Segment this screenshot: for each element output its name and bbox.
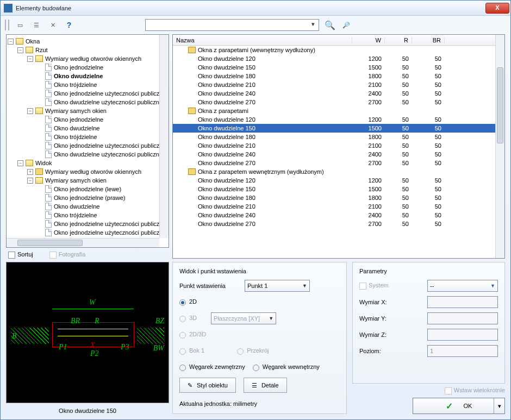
dim-p1: P1 bbox=[59, 343, 67, 352]
level-label: Poziom: bbox=[359, 348, 419, 354]
search-dropdown-icon[interactable]: ▾ bbox=[309, 21, 317, 30]
toolbar-view-icon[interactable]: ▭ bbox=[15, 20, 26, 30]
search-input[interactable]: ▾ bbox=[145, 19, 319, 31]
tree-item[interactable]: Wymiary samych okien bbox=[8, 106, 167, 115]
tree-item[interactable]: Okno dwudzielne użyteczności publicznej bbox=[8, 98, 167, 106]
panel-title: Parametry bbox=[359, 268, 498, 274]
list-row[interactable]: Okno dwudzielne 21021005050 bbox=[173, 141, 504, 150]
list-row[interactable]: Okno dwudzielne 18018005050 bbox=[173, 133, 504, 141]
current-unit-label: Aktualna jednostka: milimetry bbox=[179, 400, 340, 407]
tree-item[interactable]: Okno trójdzielne bbox=[8, 133, 167, 141]
radio-corbel-ext[interactable]: Węgarek zewnętrzny bbox=[179, 363, 245, 371]
list-row[interactable]: Okno dwudzielne 18018005050 bbox=[173, 72, 504, 80]
dim-p3: P3 bbox=[121, 343, 129, 352]
radio-2d[interactable]: 2D bbox=[179, 298, 197, 305]
tree-item[interactable]: Widok bbox=[8, 159, 167, 167]
dim-r: R bbox=[95, 317, 99, 325]
tree-item[interactable]: Okno dwudzielne bbox=[8, 124, 167, 133]
close-button[interactable]: X bbox=[485, 3, 509, 14]
col-r[interactable]: R bbox=[385, 37, 412, 43]
view-insertion-panel: Widok i punkt wstawienia Punkt wstawieni… bbox=[172, 262, 347, 414]
list-row[interactable]: Okno dwudzielne 12012005050 bbox=[173, 54, 504, 63]
list-row[interactable]: Okno dwudzielne 24024005050 bbox=[173, 89, 504, 98]
tree-item[interactable]: Okno jednodzielne (lewe) bbox=[8, 185, 167, 193]
list-row[interactable]: Okno dwudzielne 27027005050 bbox=[173, 98, 504, 106]
y-input[interactable] bbox=[427, 312, 498, 324]
y-label: Wymiar Y: bbox=[359, 315, 419, 322]
tree-item[interactable]: Okno trójdzielne bbox=[8, 80, 167, 89]
tree-item[interactable]: Rzut bbox=[8, 46, 167, 54]
col-w[interactable]: W bbox=[352, 37, 385, 43]
toolbar-handle[interactable] bbox=[5, 20, 9, 30]
list-row[interactable]: Okno dwudzielne 24024005050 bbox=[173, 211, 504, 220]
radio-side: Bok 1 bbox=[179, 347, 204, 354]
radio-3d: 3D bbox=[179, 315, 197, 322]
dim-b: B bbox=[12, 332, 17, 341]
list-row[interactable]: Okno dwudzielne 15015005050 bbox=[173, 185, 504, 193]
level-input[interactable] bbox=[427, 345, 498, 357]
ok-button[interactable]: ✓ OK ▾ bbox=[413, 398, 505, 414]
category-tree[interactable]: OknaRzutWymiary według otworów okiennych… bbox=[6, 34, 169, 248]
tree-item[interactable]: Wymiary samych okien bbox=[8, 176, 167, 185]
ok-dropdown-icon[interactable]: ▾ bbox=[494, 398, 504, 413]
panel-title: Widok i punkt wstawienia bbox=[179, 268, 340, 274]
insert-point-combo[interactable]: Punkt 1▼ bbox=[245, 280, 310, 292]
object-style-button[interactable]: ✎Styl obiektu bbox=[179, 378, 236, 393]
plane-combo: Płaszczyzna [XY]▼ bbox=[211, 312, 276, 324]
list-row[interactable]: Okno dwudzielne 24024005050 bbox=[173, 150, 504, 159]
list-group[interactable]: Okna z parapetem wewnętrznym (wydłużonym… bbox=[173, 167, 504, 176]
x-input[interactable] bbox=[427, 296, 498, 308]
list-row[interactable]: Okno dwudzielne 21021005050 bbox=[173, 202, 504, 211]
insert-multiple-checkbox: Wstaw wielokrotnie bbox=[445, 387, 505, 394]
tree-item[interactable]: Wymiary według otworów okiennych bbox=[8, 167, 167, 176]
tree-scrollbar-v[interactable] bbox=[159, 35, 169, 238]
sort-checkbox[interactable]: Sortuj bbox=[8, 251, 33, 259]
tree-item[interactable]: Okna bbox=[8, 37, 167, 46]
tree-scrollbar-h[interactable] bbox=[7, 238, 159, 247]
tree-item[interactable]: Okno jednodzielne bbox=[8, 115, 167, 124]
list-scrollbar-v[interactable] bbox=[495, 35, 504, 258]
search-icon[interactable]: 🔍 bbox=[325, 20, 335, 30]
list-row[interactable]: Okno dwudzielne 12012005050 bbox=[173, 115, 504, 124]
radio-section: Przekrój bbox=[237, 347, 269, 354]
toolbar-list-icon[interactable]: ☰ bbox=[31, 20, 42, 30]
tree-item[interactable]: Okno trójdzielne bbox=[8, 211, 167, 220]
help-icon[interactable]: ? bbox=[64, 20, 74, 30]
system-combo[interactable]: --▼ bbox=[427, 280, 498, 292]
titlebar: Elementy budowlane X bbox=[1, 1, 510, 16]
list-row[interactable]: Okno dwudzielne 12012005050 bbox=[173, 176, 504, 185]
tree-item[interactable]: Okno jednodzielne użyteczności publiczne… bbox=[8, 141, 167, 150]
toolbar-tools-icon[interactable]: ✕ bbox=[47, 20, 58, 30]
insert-point-label: Punkt wstawienia bbox=[179, 283, 239, 289]
tree-item[interactable]: Okno dwudzielne bbox=[8, 72, 167, 80]
tree-item[interactable]: Okno dwudzielne bbox=[8, 202, 167, 211]
radio-2d3d: 2D/3D bbox=[179, 331, 206, 338]
list-group[interactable]: Okna z parapetami (wewnętrzny wydłużony) bbox=[173, 46, 504, 54]
tree-item[interactable]: Okno jednodzielne (prawe) bbox=[8, 193, 167, 202]
x-label: Wymiar X: bbox=[359, 299, 419, 305]
list-row[interactable]: Okno dwudzielne 21021005050 bbox=[173, 80, 504, 89]
tree-item[interactable]: Okno jednodzielne bbox=[8, 63, 167, 72]
tree-item[interactable]: Okno jednodzielne użyteczności publiczne… bbox=[8, 89, 167, 98]
radio-corbel-int[interactable]: Węgarek wewnętrzny bbox=[253, 363, 320, 371]
tree-item[interactable]: Okno dwudzielne użyteczności publicznej bbox=[8, 150, 167, 159]
tree-item[interactable]: Wymiary według otworów okiennych bbox=[8, 54, 167, 63]
list-row[interactable]: Okno dwudzielne 27027005050 bbox=[173, 159, 504, 167]
dim-x: X bbox=[90, 341, 95, 350]
list-group[interactable]: Okna z parapetami bbox=[173, 106, 504, 115]
col-name[interactable]: Nazwa bbox=[173, 37, 352, 43]
find-replace-icon[interactable]: 🔎 bbox=[341, 20, 352, 30]
list-row[interactable]: Okno dwudzielne 18018005050 bbox=[173, 193, 504, 202]
toolbar: ▭ ☰ ✕ ? ▾ 🔍 🔎 bbox=[1, 16, 510, 34]
list-row[interactable]: Okno dwudzielne 27027005050 bbox=[173, 220, 504, 228]
list-row[interactable]: Okno dwudzielne 15015005050 bbox=[173, 63, 504, 72]
app-icon bbox=[4, 4, 13, 12]
details-button[interactable]: ☰Detale bbox=[244, 378, 287, 393]
list-row[interactable]: Okno dwudzielne 15015005050 bbox=[173, 124, 504, 133]
element-list[interactable]: Nazwa W R BR Okna z parapetami (wewnętrz… bbox=[172, 34, 505, 259]
tree-item[interactable]: Okno jednodzielne użyteczności publiczne… bbox=[8, 228, 167, 237]
photo-checkbox: Fotografia bbox=[49, 251, 86, 259]
tree-item[interactable]: Okno jednodzielne użyteczności publiczne… bbox=[8, 220, 167, 228]
z-input[interactable] bbox=[427, 329, 498, 341]
col-br[interactable]: BR bbox=[412, 37, 445, 43]
